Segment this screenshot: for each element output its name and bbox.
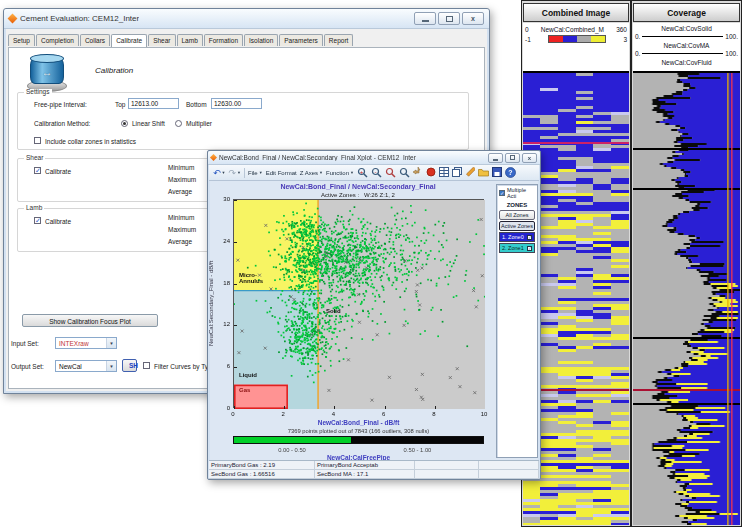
active-zones-button[interactable]: Active Zones <box>499 221 535 231</box>
region-label-gas: Gas <box>239 387 250 393</box>
radio-multiplier-label: Multiplier <box>186 121 212 128</box>
combined-image-header-label: Combined Image <box>542 8 610 18</box>
tab-setup[interactable]: Setup <box>8 34 35 46</box>
maximize-icon <box>446 16 453 22</box>
xplot-window: NewCal:Bond_Final / NewCal:Secondary_Fin… <box>207 150 541 480</box>
region-label-liquid: Liquid <box>239 372 257 378</box>
covma-scale-line <box>642 53 723 54</box>
pencil-icon[interactable] <box>465 167 475 178</box>
covsolid-scale-line <box>642 36 723 37</box>
colorbar-seg-yellow <box>591 36 605 42</box>
status-secbond-gas: SecBond Gas : 1.66516 <box>209 470 315 479</box>
shear-calibrate-label: Calibrate <box>45 169 71 176</box>
zoom-reset-icon[interactable] <box>399 167 410 179</box>
y-tick: 24 <box>223 238 230 244</box>
output-set-value: NewCal <box>59 363 82 370</box>
sh-button[interactable]: SH <box>122 359 137 372</box>
region-label-solid: Solid <box>326 308 341 314</box>
chevron-down-icon: ▼ <box>222 170 226 175</box>
table-icon[interactable] <box>439 167 449 178</box>
tab-lamb[interactable]: Lamb <box>177 34 203 46</box>
azimuth-max-label: 360 <box>616 26 627 33</box>
tab-shear[interactable]: Shear <box>148 34 175 46</box>
colorbar-left-range: 0.00 - 0.50 <box>233 447 351 453</box>
zone-item-zone0[interactable]: 1. Zone0 ✓ <box>499 232 535 242</box>
chevron-down-icon: ▼ <box>319 170 323 175</box>
screen: Combined Image 0 NewCal:Combined_M 360 -… <box>0 0 742 527</box>
crossplot-area[interactable]: Micro- Annulus Solid Liquid Gas <box>233 199 484 408</box>
lamb-calibrate-checkbox[interactable] <box>34 217 41 224</box>
show-calibration-focus-plot-button[interactable]: Show Calibration Focus Plot <box>22 314 158 327</box>
tab-formation[interactable]: Formation <box>204 34 243 46</box>
tab-collars[interactable]: Collars <box>80 34 110 46</box>
input-set-value: INTEXraw <box>59 340 89 347</box>
maximize-button[interactable] <box>505 153 520 163</box>
covma-curve-name: NewCal:CovMA <box>633 40 740 49</box>
radio-linear-shift-label: Linear Shift <box>132 121 165 128</box>
radio-multiplier[interactable] <box>175 120 182 127</box>
close-button[interactable]: x <box>462 12 484 25</box>
zoom-box-icon[interactable] <box>385 167 396 179</box>
xplot-toolbar: ↶▼ ↷▼ File▼ Edit Format Z Axes▼ Function… <box>209 165 539 181</box>
scatter-canvas[interactable] <box>234 200 485 409</box>
colorbar-right-range: 0.50 - 1.00 <box>351 447 484 453</box>
colorbar-black-segment <box>351 437 483 443</box>
tab-calibrate[interactable]: Calibrate <box>111 34 147 47</box>
zone1-label: 2. Zone1 <box>502 245 524 251</box>
tab-report[interactable]: Report <box>324 34 354 46</box>
maximize-button[interactable] <box>438 12 460 25</box>
save-icon[interactable] <box>492 167 502 178</box>
multiple-active-checkbox[interactable]: ✓ <box>499 190 505 196</box>
dialog-titlebar[interactable]: Cement Evaluation: CEM12_Inter x <box>4 9 489 29</box>
settings-group: Settings Free-pipe Interval: Top Bottom … <box>17 92 469 150</box>
chevron-down-icon: ▼ <box>237 170 241 175</box>
file-menu[interactable]: File▼ <box>248 170 263 176</box>
z-axes-menu[interactable]: Z Axes▼ <box>300 170 323 176</box>
filter-curves-checkbox[interactable] <box>143 362 150 369</box>
zoom-in-icon[interactable]: + <box>357 167 368 179</box>
zone0-checkbox[interactable]: ✓ <box>527 235 532 240</box>
input-set-dropdown[interactable]: INTEXraw ▼ <box>55 337 117 349</box>
status-cell-empty <box>479 470 539 479</box>
x-tick: 2 <box>282 411 285 417</box>
points-note: 7369 points plotted out of 7843 (166 out… <box>233 428 484 434</box>
stop-icon[interactable] <box>426 167 436 178</box>
help-icon[interactable]: ? <box>505 167 516 179</box>
status-cell-empty <box>415 470 479 479</box>
x-tick: 8 <box>432 411 435 417</box>
output-set-dropdown[interactable]: NewCal ▼ <box>55 360 117 372</box>
colorbar-seg-gray <box>577 36 591 42</box>
svg-text:?: ? <box>508 169 512 176</box>
folder-icon[interactable] <box>478 167 489 178</box>
minimize-button[interactable] <box>488 153 503 163</box>
layers-icon[interactable] <box>452 167 462 178</box>
tab-completion[interactable]: Completion <box>36 34 79 46</box>
covma-scale: 0. 100. <box>633 49 740 57</box>
file-menu-label: File <box>248 170 258 176</box>
function-menu[interactable]: Function▼ <box>326 170 354 176</box>
app-icon <box>210 154 217 161</box>
radio-linear-shift[interactable] <box>121 120 128 127</box>
shear-calibrate-checkbox[interactable] <box>34 167 41 174</box>
zone-item-zone1[interactable]: 2. Zone1 ✓ <box>499 243 535 253</box>
tab-isolation[interactable]: Isolation <box>244 34 278 46</box>
top-input[interactable] <box>128 98 179 109</box>
plot-headings: NewCal:Bond_Final / NewCal:Secondary_Fin… <box>208 183 508 198</box>
all-zones-button[interactable]: All Zones <box>499 210 535 220</box>
minimize-button[interactable] <box>414 12 436 25</box>
collar-zones-checkbox[interactable] <box>34 137 41 144</box>
edit-format-menu[interactable]: Edit Format <box>266 170 297 176</box>
covsolid-curve-name: NewCal:CovSolid <box>633 23 740 32</box>
zone1-checkbox[interactable]: ✓ <box>527 246 532 251</box>
redo-button[interactable]: ↷▼ <box>229 168 242 178</box>
close-button[interactable]: x <box>522 153 537 163</box>
tab-parameters[interactable]: Parameters <box>279 34 323 46</box>
zoom-out-icon[interactable]: - <box>371 167 382 179</box>
y-tick: 6 <box>227 363 230 369</box>
bottom-input[interactable] <box>211 98 262 109</box>
pan-icon[interactable] <box>413 167 423 178</box>
xplot-titlebar[interactable]: NewCal:Bond_Final / NewCal:Secondary_Fin… <box>208 151 540 165</box>
dialog-title: Cement Evaluation: CEM12_Inter <box>20 14 139 23</box>
undo-button[interactable]: ↶▼ <box>213 168 226 178</box>
lamb-calibrate-label: Calibrate <box>45 219 71 226</box>
